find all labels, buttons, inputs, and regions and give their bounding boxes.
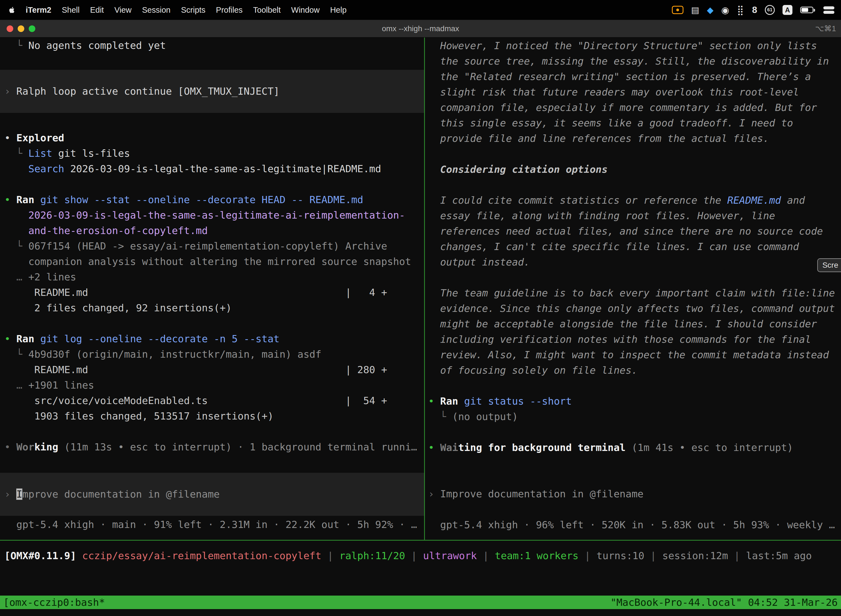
tmux-split-border[interactable] — [0, 540, 841, 541]
terminal-line: might be acceptable alongside the file l… — [425, 316, 841, 332]
apple-logo-icon — [8, 6, 16, 14]
terminal-line — [425, 502, 841, 517]
minimize-button[interactable] — [18, 25, 24, 32]
screen-recording-icon[interactable] — [672, 6, 683, 14]
terminal-line: 2 files changed, 92 insertions(+) — [0, 300, 424, 316]
terminal-line: └ 4b9d30f (origin/main, instructkr/main,… — [0, 347, 424, 362]
right-prompt-line: › Improve documentation in @filename — [425, 486, 841, 502]
window-titlebar[interactable]: omx --xhigh --madmax ⌥⌘1 — [0, 20, 841, 38]
menu-item-edit[interactable]: Edit — [90, 6, 104, 15]
circle-app-icon[interactable]: ◉ — [721, 4, 729, 16]
menu-item-profiles[interactable]: Profiles — [216, 6, 243, 15]
omx-status-bar: [OMX#0.11.9] cczip/essay/ai-reimplementa… — [0, 548, 841, 563]
screen: iTerm2ShellEditViewSessionScriptsProfile… — [0, 0, 841, 616]
terminal-line: └ List git ls-files — [0, 146, 424, 161]
menu-bar: iTerm2ShellEditViewSessionScriptsProfile… — [0, 0, 841, 20]
terminal-line — [0, 316, 424, 331]
terminal-line: … +2 lines — [0, 269, 424, 285]
left-transcript: • Explored └ List git ls-files Search 20… — [0, 130, 424, 455]
terminal-line: I could cite commit statistics or refere… — [425, 193, 841, 208]
terminal-line: The team guideline is to back every impo… — [425, 285, 841, 301]
terminal-line: [OMX#0.11.9] cczip/essay/ai-reimplementa… — [0, 548, 841, 563]
left-pane[interactable]: └ No agents completed yet › Ralph loop a… — [0, 38, 424, 540]
terminal-line: • Ran git log --oneline --decorate -n 5 … — [0, 331, 424, 347]
menu-item-window[interactable]: Window — [291, 6, 319, 15]
screen-tooltip[interactable]: Scre — [817, 258, 841, 272]
control-center-icon[interactable] — [823, 4, 834, 16]
terminal-line — [425, 146, 841, 162]
terminal-line: Search 2026-03-09-is-legal-the-same-as-l… — [0, 161, 424, 177]
terminal-line: of focusing solely on file lines. — [425, 363, 841, 378]
terminal-line: 1903 files changed, 513517 insertions(+) — [0, 408, 424, 424]
terminal-line: and-the-erosion-of-copyleft.md — [0, 223, 424, 238]
terminal-line: src/voice/voiceModeEnabled.ts | 54 + — [0, 393, 424, 408]
close-button[interactable] — [7, 25, 13, 32]
terminal-line — [425, 378, 841, 393]
dots-grid-icon[interactable]: ⣿ — [737, 4, 744, 16]
terminal-line: review. Also, I might want to inspect th… — [425, 347, 841, 363]
zoom-button[interactable] — [29, 25, 35, 32]
menu-item-toolbelt[interactable]: Toolbelt — [253, 6, 281, 15]
terminal-line: the "Related research writing" section i… — [425, 69, 841, 84]
terminal-line: companion file, especially if more comme… — [425, 100, 841, 115]
apple-menu[interactable] — [8, 5, 16, 15]
terminal-line: provide file and line references from th… — [425, 131, 841, 146]
terminal-line: including verification notes with those … — [425, 332, 841, 347]
menu-item-view[interactable]: View — [114, 6, 131, 15]
terminal-line: the source tree, missing the essay. Stil… — [425, 54, 841, 69]
menu-item-scripts[interactable]: Scripts — [181, 6, 205, 15]
blue-app-icon[interactable]: ◆ — [707, 4, 714, 16]
terminal-line: └ (no output) — [425, 409, 841, 424]
terminal-line: › Improve documentation in @filename — [0, 487, 424, 502]
terminal: └ No agents completed yet › Ralph loop a… — [0, 38, 841, 540]
menu-item-shell[interactable]: Shell — [62, 6, 80, 15]
window-shortcut: ⌥⌘1 — [815, 24, 836, 33]
keyboard-icon[interactable]: ▤ — [691, 4, 699, 16]
right-transcript: However, I noticed the "Directory Struct… — [425, 38, 841, 532]
traffic-lights — [7, 20, 35, 37]
menu-bar-status-icons: ▤◆◉⣿861A — [672, 4, 834, 16]
terminal-line: 2026-03-09-is-legal-the-same-as-legitima… — [0, 208, 424, 223]
terminal-line — [425, 471, 841, 486]
terminal-line: • Explored — [0, 130, 424, 146]
right-pane[interactable]: However, I noticed the "Directory Struct… — [425, 38, 841, 540]
input-source-icon[interactable]: A — [782, 5, 793, 15]
tmux-session-label: [omx-cczip0:bash* — [3, 597, 105, 608]
left-scrollback: └ No agents completed yet — [0, 38, 424, 53]
menu-items: iTerm2ShellEditViewSessionScriptsProfile… — [21, 6, 352, 15]
right-session-status: gpt-5.4 xhigh · 96% left · 520K in · 5.8… — [425, 517, 841, 532]
prompt-input-box[interactable]: › Improve documentation in @filename — [0, 473, 424, 516]
terminal-line: slight risk that future readers may over… — [425, 84, 841, 100]
terminal-line: Considering citation options — [425, 162, 841, 177]
terminal-line: • Working (11m 13s • esc to interrupt) ·… — [0, 439, 424, 455]
terminal-line: └ No agents completed yet — [0, 38, 424, 53]
window-title: omx --xhigh --madmax — [0, 24, 841, 33]
terminal-line: changes, I can't cite specific file line… — [425, 239, 841, 254]
gauge-icon[interactable]: 61 — [765, 5, 775, 15]
terminal-line: companion analysis without altering the … — [0, 254, 424, 269]
left-session-status: gpt-5.4 xhigh · main · 91% left · 2.31M … — [0, 517, 424, 532]
battery-icon[interactable] — [800, 7, 813, 13]
terminal-line — [425, 177, 841, 193]
terminal-line — [425, 424, 841, 440]
terminal-line: • Ran git show --stat --oneline --decora… — [0, 192, 424, 208]
terminal-line: gpt-5.4 xhigh · main · 91% left · 2.31M … — [0, 517, 424, 532]
terminal-line: … +1901 lines — [0, 378, 424, 393]
terminal-line: README.md | 280 + — [0, 362, 424, 378]
tmux-status-bar: [omx-cczip0:bash* "MacBook-Pro-44.local"… — [0, 595, 841, 609]
terminal-line: README.md | 4 + — [0, 285, 424, 300]
terminal-line — [425, 455, 841, 471]
terminal-line — [0, 424, 424, 439]
tmux-host-time: "MacBook-Pro-44.local" 04:52 31-Mar-26 — [610, 597, 838, 608]
terminal-line: evidence. Since this change only affects… — [425, 301, 841, 316]
terminal-line — [0, 177, 424, 192]
terminal-line: • Ran git status --short — [425, 393, 841, 409]
figure-eight-icon[interactable]: 8 — [752, 4, 757, 16]
menu-item-session[interactable]: Session — [142, 6, 170, 15]
terminal-line: output instead. — [425, 254, 841, 270]
menu-item-iterm2[interactable]: iTerm2 — [26, 6, 51, 15]
terminal-line: • Waiting for background terminal (1m 41… — [425, 440, 841, 455]
menu-item-help[interactable]: Help — [330, 6, 347, 15]
terminal-line: essay file, along with finding root file… — [425, 208, 841, 224]
terminal-line: this single essay, it seems like a good … — [425, 115, 841, 131]
